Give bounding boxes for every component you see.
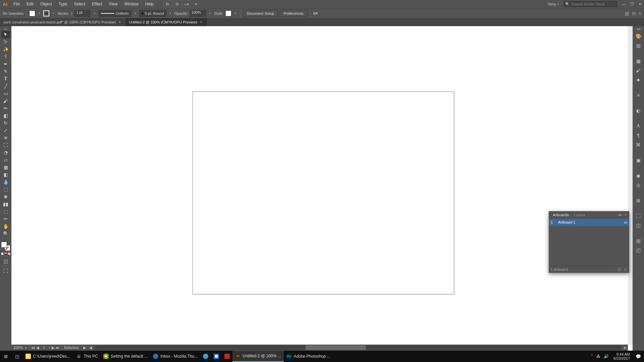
move-up-icon[interactable]: ↑ bbox=[608, 267, 610, 272]
status-back-icon[interactable]: ◀ bbox=[89, 346, 92, 350]
nav-next-icon[interactable]: ▶ bbox=[52, 346, 54, 350]
tool-rectangle[interactable]: ▭ bbox=[1, 90, 10, 97]
tool-paintbrush[interactable]: 🖌 bbox=[1, 97, 10, 105]
fill-swatch[interactable] bbox=[29, 10, 35, 16]
tool-lasso[interactable]: ʕ bbox=[1, 53, 10, 60]
minimize-button[interactable]: — bbox=[620, 1, 628, 7]
panel-pathfinder-icon[interactable]: ◫ bbox=[634, 221, 643, 229]
artboard-options-icon[interactable]: ▭ bbox=[624, 220, 627, 225]
vertical-scrollbar[interactable] bbox=[628, 26, 633, 345]
menu-view[interactable]: View bbox=[106, 0, 121, 8]
toolbox-collapse[interactable]: ▸▸ bbox=[0, 27, 11, 31]
align-button[interactable]: ⊞▾ bbox=[313, 11, 318, 15]
tool-slice[interactable]: ✂ bbox=[1, 215, 10, 223]
zoom-field[interactable]: 100%▾ bbox=[11, 346, 29, 350]
tray-expand-icon[interactable]: ˄ bbox=[591, 354, 593, 359]
stroke-swatch[interactable] bbox=[43, 10, 49, 16]
nav-prev-icon[interactable]: ◀ bbox=[36, 346, 39, 350]
panel-artboards-icon[interactable]: ◰ bbox=[634, 246, 643, 254]
panel-appearance-icon[interactable]: ◉ bbox=[634, 172, 643, 180]
fill-dropdown[interactable]: ▾ bbox=[37, 10, 41, 17]
panel-glyphs-icon[interactable]: ⌘ bbox=[634, 141, 643, 149]
tool-symbol-sprayer[interactable]: ❋ bbox=[1, 193, 10, 200]
tool-pencil[interactable]: ✏ bbox=[1, 105, 10, 112]
tool-shape-builder[interactable]: ◔ bbox=[1, 149, 10, 156]
artboard-nav[interactable]: ⏮ ◀ 1 ▾ ▶ ⏭ bbox=[29, 346, 61, 350]
menu-type[interactable]: Type bbox=[55, 0, 71, 8]
preferences-button[interactable]: Preferences bbox=[280, 10, 307, 17]
artboards-panel[interactable]: Artboards Layers ▸▸ ≡ 1 Artboard 1 ▭ 1 A… bbox=[549, 211, 629, 273]
panel-brushes-icon[interactable]: 🖌 bbox=[634, 66, 643, 74]
panel-color-icon[interactable]: 🎨 bbox=[634, 32, 643, 40]
taskbar-item[interactable]: C:\Users\jreed\Des... bbox=[23, 351, 73, 362]
close-button[interactable]: ✕ bbox=[636, 1, 644, 7]
scroll-right-icon[interactable]: ▶ bbox=[623, 346, 628, 350]
panel-graphstyles-icon[interactable]: ◎ bbox=[634, 181, 643, 189]
tool-direct-selection[interactable] bbox=[1, 38, 10, 46]
panel-char-icon[interactable]: A bbox=[634, 122, 643, 130]
layout-icon-2[interactable]: ⊟ bbox=[632, 11, 636, 16]
network-icon[interactable]: 🖧 bbox=[596, 354, 600, 359]
menu-effect[interactable]: Effect bbox=[89, 0, 105, 8]
tool-scale[interactable]: ⤢ bbox=[1, 127, 10, 134]
panel-gradient-icon[interactable]: ◐ bbox=[634, 107, 643, 115]
menu-window[interactable]: Window bbox=[121, 0, 142, 8]
document-tab[interactable]: card conversion postcard-resize.pdf* @ 1… bbox=[0, 18, 125, 26]
panel-layers-icon[interactable]: ▤ bbox=[634, 237, 643, 245]
tool-artboard[interactable]: ⬚ bbox=[1, 208, 10, 215]
stroke-profile-select[interactable]: Uniform bbox=[99, 10, 131, 17]
taskbar-item[interactable] bbox=[222, 351, 232, 362]
menu-select[interactable]: Select bbox=[71, 0, 89, 8]
close-tab-icon[interactable]: × bbox=[118, 20, 121, 24]
panel-transparency-icon[interactable]: ▣ bbox=[634, 156, 643, 164]
tool-eraser[interactable]: ◧ bbox=[1, 112, 10, 119]
brush-select[interactable]: 5 pt. Round bbox=[139, 10, 166, 17]
delete-artboard-icon[interactable]: 🗑 bbox=[624, 267, 627, 272]
stock-button[interactable]: St bbox=[173, 0, 181, 8]
new-artboard-icon[interactable]: ◫ bbox=[618, 267, 621, 272]
task-view-button[interactable]: ◫ bbox=[11, 351, 23, 362]
panel-align-icon[interactable]: ⊞ bbox=[634, 196, 643, 204]
taskbar-item-active[interactable]: AiUntitled-2 @ 100% ... bbox=[232, 351, 283, 362]
menu-help[interactable]: Help bbox=[142, 0, 157, 8]
tool-pen[interactable]: ✒ bbox=[1, 60, 10, 68]
gpu-button[interactable]: ✦ bbox=[192, 0, 200, 8]
panel-para-icon[interactable]: ¶ bbox=[634, 131, 643, 139]
tool-eyedropper[interactable]: 💧 bbox=[1, 178, 10, 186]
horizontal-scrollbar[interactable] bbox=[95, 345, 621, 350]
taskbar-item[interactable] bbox=[211, 351, 222, 362]
artboard[interactable] bbox=[193, 92, 454, 294]
canvas[interactable]: 100%▾ ⏮ ◀ 1 ▾ ▶ ⏭ Selection ▶ ◀ ▶ bbox=[11, 26, 633, 351]
fill-stroke-swatches[interactable] bbox=[1, 242, 10, 251]
color-mode-row[interactable] bbox=[1, 252, 10, 255]
workspace-switcher[interactable]: Yerry ▾ bbox=[546, 1, 561, 7]
bridge-button[interactable]: Br bbox=[164, 0, 172, 8]
restore-button[interactable]: ❐ bbox=[628, 1, 636, 7]
tool-perspective[interactable]: ▱ bbox=[1, 156, 10, 164]
layout-icon-1[interactable]: ▥ bbox=[625, 11, 629, 16]
panel-colorguide-icon[interactable]: ▤ bbox=[634, 42, 643, 50]
taskbar-item[interactable]: 🖥This PC bbox=[73, 351, 101, 362]
panel-collapse-icon[interactable]: ▸▸ bbox=[617, 213, 623, 217]
tool-blend[interactable]: ⬚ bbox=[1, 186, 10, 193]
taskbar-item[interactable] bbox=[200, 351, 211, 362]
start-button[interactable]: ⊞ bbox=[0, 351, 11, 362]
opacity-input[interactable]: 100% bbox=[190, 10, 206, 17]
tool-rotate[interactable]: ↻ bbox=[1, 119, 10, 127]
document-setup-button[interactable]: Document Setup bbox=[243, 10, 278, 17]
taskbar-item[interactable]: Inbox - Mozilla Thu... bbox=[150, 351, 200, 362]
artboard-list-item[interactable]: 1 Artboard 1 ▭ bbox=[549, 219, 629, 226]
panel-symbols-icon[interactable]: ♣ bbox=[634, 76, 643, 84]
tool-zoom[interactable]: 🔍 bbox=[1, 230, 10, 237]
taskbar-item[interactable]: PsAdobe Photoshop ... bbox=[284, 351, 333, 362]
tool-column-graph[interactable]: ▮▮ bbox=[1, 200, 10, 208]
system-tray[interactable]: ˄ 🖧 🔊 bbox=[589, 354, 611, 359]
tool-hand[interactable]: ✋ bbox=[1, 223, 10, 230]
layout-icon-3[interactable]: ≡ bbox=[639, 11, 641, 16]
panel-tab-layers[interactable]: Layers bbox=[572, 211, 588, 219]
panel-transform-icon[interactable]: ⛶ bbox=[634, 212, 643, 220]
clock[interactable]: 9:44 AM 6/23/2017 bbox=[611, 352, 633, 360]
tool-gradient[interactable]: ◧ bbox=[1, 171, 10, 178]
tool-curvature[interactable]: ✎ bbox=[1, 68, 10, 75]
nav-first-icon[interactable]: ⏮ bbox=[31, 346, 35, 350]
